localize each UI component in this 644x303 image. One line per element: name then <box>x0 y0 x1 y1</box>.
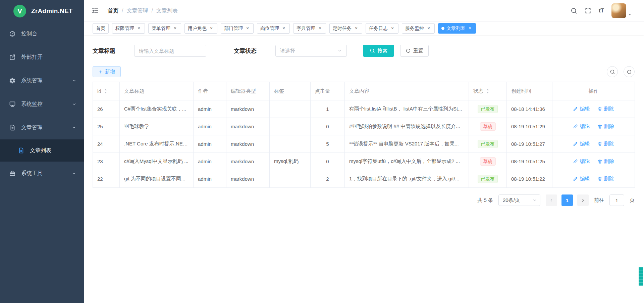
column-header[interactable]: 创建时间 <box>507 82 552 100</box>
delete-button[interactable]: 删除 <box>597 158 614 165</box>
cell-created: 08-19 10:51:29 <box>507 118 552 135</box>
edit-button[interactable]: 编辑 <box>573 176 590 182</box>
search-button[interactable]: 搜索 <box>363 45 394 57</box>
column-header[interactable]: 编辑器类型 <box>226 82 270 100</box>
tab-close-icon[interactable]: × <box>209 26 214 31</box>
sidebar-item-system-monitor[interactable]: 系统监控 <box>0 92 84 116</box>
delete-button[interactable]: 删除 <box>597 106 614 112</box>
breadcrumb-home[interactable]: 首页 <box>108 7 118 14</box>
edit-icon <box>573 176 578 181</box>
edit-button[interactable]: 编辑 <box>573 123 590 130</box>
refresh-button[interactable] <box>624 66 635 77</box>
goto-page-input[interactable] <box>609 194 624 206</box>
fullscreen-icon[interactable] <box>585 7 591 14</box>
tab-close-icon[interactable]: × <box>317 26 323 31</box>
chevron-down-icon <box>337 48 342 53</box>
tab[interactable]: 菜单管理 × <box>148 23 181 34</box>
font-size-icon[interactable]: tT <box>599 7 604 14</box>
tab[interactable]: 定时任务 × <box>329 23 362 34</box>
cell-actions: 编辑 删除 <box>552 135 635 153</box>
cell-tags <box>270 135 311 153</box>
breadcrumb-article-list: 文章列表 <box>156 7 178 14</box>
tab[interactable]: 服务监控 × <box>402 23 435 34</box>
sidebar-item-external[interactable]: 外部打开 <box>0 45 84 69</box>
status-badge: 已发布 <box>478 140 498 148</box>
column-label: 标签 <box>274 88 284 94</box>
column-header[interactable]: 文章内容 <box>345 82 469 100</box>
column-header[interactable]: 文章标题 <box>120 82 194 100</box>
column-header[interactable]: 标签 <box>270 82 311 100</box>
sort-asc-icon <box>104 88 108 91</box>
column-header[interactable]: 操作 <box>552 82 635 100</box>
tab[interactable]: 文章列表 × <box>438 23 476 34</box>
menu-fold-icon[interactable] <box>91 7 99 14</box>
prev-page-button[interactable] <box>546 194 557 206</box>
tab-close-icon[interactable]: × <box>281 26 286 31</box>
sidebar-item-article-mgmt[interactable]: 文章管理 <box>0 116 84 139</box>
chevron-up-icon <box>72 125 76 130</box>
tab[interactable]: 首页 <box>93 23 109 34</box>
chevron-down-icon <box>72 171 76 176</box>
delete-button[interactable]: 删除 <box>597 123 614 130</box>
document-icon <box>9 124 16 131</box>
tab[interactable]: 任务日志 × <box>366 23 398 34</box>
column-label: 点击量 <box>315 88 330 94</box>
tab-close-icon[interactable]: × <box>245 26 250 31</box>
column-header[interactable]: 状态 <box>469 82 507 100</box>
sidebar-item-system-tools[interactable]: 系统工具 <box>0 162 84 185</box>
edit-button[interactable]: 编辑 <box>573 106 590 112</box>
current-page-button[interactable]: 1 <box>561 194 573 206</box>
sidebar-item-article-list[interactable]: 文章列表 <box>0 139 84 162</box>
next-page-button[interactable] <box>577 194 589 206</box>
tab-close-icon[interactable]: × <box>467 26 473 31</box>
toggle-search-button[interactable] <box>607 66 618 77</box>
edit-icon <box>573 124 578 129</box>
edit-button[interactable]: 编辑 <box>573 158 590 165</box>
column-header[interactable]: id <box>93 82 120 100</box>
tab[interactable]: 用户角色 × <box>184 23 217 34</box>
cell-id: 23 <box>93 153 120 170</box>
edit-button[interactable]: 编辑 <box>573 141 590 147</box>
table-toolbar: 新增 <box>93 66 635 77</box>
reset-button[interactable]: 重置 <box>400 45 429 57</box>
column-header[interactable]: 点击量 <box>311 82 345 100</box>
status-filter-select[interactable]: 请选择 <box>275 45 347 57</box>
delete-button[interactable]: 删除 <box>597 176 614 182</box>
sidebar-item-system-mgmt[interactable]: 系统管理 <box>0 69 84 92</box>
sort-caret[interactable] <box>486 88 490 94</box>
content: 文章标题 文章状态 请选择 搜索 重置 <box>84 35 644 303</box>
cell-status: 已发布 <box>469 170 507 188</box>
sidebar: V ZrAdmin.NET 控制台 外部打开 系统管理 系统监控 <box>0 0 84 303</box>
scrollbar-thumb[interactable] <box>639 267 643 286</box>
status-filter-label: 文章状态 <box>234 47 275 55</box>
pagination-total: 共 5 条 <box>477 197 493 204</box>
tab-close-icon[interactable]: × <box>172 26 178 31</box>
tab-close-icon[interactable]: × <box>354 26 359 31</box>
tab-close-icon[interactable]: × <box>136 26 142 31</box>
add-button[interactable]: 新增 <box>93 66 121 77</box>
cell-author: admin <box>194 118 226 135</box>
title-filter-input[interactable] <box>139 48 202 54</box>
sort-caret[interactable] <box>104 88 108 94</box>
tab[interactable]: 岗位管理 × <box>257 23 290 34</box>
tab[interactable]: 部门管理 × <box>221 23 254 34</box>
pagination: 共 5 条 20条/页 1 前往 页 <box>93 194 635 206</box>
cell-author: admin <box>194 170 226 188</box>
cell-tags <box>270 170 311 188</box>
avatar[interactable] <box>611 3 626 18</box>
tab-close-icon[interactable]: × <box>426 26 431 31</box>
column-header[interactable]: 作者 <box>194 82 226 100</box>
user-menu[interactable] <box>611 3 632 18</box>
column-label: id <box>97 88 101 94</box>
search-icon[interactable] <box>571 7 577 14</box>
tab[interactable]: 字典管理 × <box>293 23 326 34</box>
tab-close-icon[interactable]: × <box>390 26 395 31</box>
column-label: 操作 <box>589 88 599 94</box>
app-logo[interactable]: V ZrAdmin.NET <box>0 0 84 22</box>
page-size-value: 20条/页 <box>503 197 520 204</box>
sidebar-item-dashboard[interactable]: 控制台 <box>0 22 84 45</box>
delete-button[interactable]: 删除 <box>597 141 614 147</box>
page-size-select[interactable]: 20条/页 <box>498 194 540 206</box>
tab[interactable]: 权限管理 × <box>112 23 145 34</box>
toolbox-icon <box>9 170 16 177</box>
